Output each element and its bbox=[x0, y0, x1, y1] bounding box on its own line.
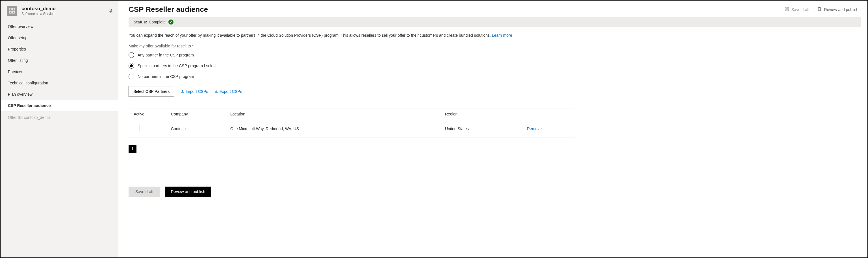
offer-name: contoso_demo bbox=[22, 6, 56, 11]
pager-page-1[interactable]: 1 bbox=[129, 145, 136, 153]
row-remove-link[interactable]: Remove bbox=[527, 126, 541, 131]
export-csps-link[interactable]: Export CSPs bbox=[214, 89, 242, 94]
radio-icon bbox=[129, 74, 134, 79]
resell-field-label: Make my offer available for resell to * bbox=[129, 44, 665, 48]
col-location: Location bbox=[227, 108, 442, 120]
offer-id-label: Offer ID: contoso_demo bbox=[1, 111, 118, 124]
radio-icon bbox=[129, 63, 134, 69]
save-icon bbox=[785, 7, 789, 12]
radio-label: No partners in the CSP program bbox=[137, 74, 194, 79]
col-company: Company bbox=[168, 108, 227, 120]
csp-partners-table: Active Company Location Region ContosoOn… bbox=[129, 108, 575, 137]
svg-rect-1 bbox=[12, 8, 14, 10]
swap-icon[interactable] bbox=[108, 8, 113, 13]
sidebar-item-preview[interactable]: Preview bbox=[1, 66, 118, 77]
radio-icon bbox=[129, 52, 134, 58]
row-region: United States bbox=[442, 121, 524, 136]
radio-label: Any partner in the CSP program bbox=[137, 53, 194, 57]
status-value: Complete bbox=[149, 20, 165, 24]
save-draft-header-button[interactable]: Save draft bbox=[785, 7, 809, 12]
pager: 1 bbox=[129, 145, 665, 153]
review-publish-header-button[interactable]: Review and publish bbox=[817, 7, 858, 12]
col-remove bbox=[524, 111, 575, 118]
sidebar-item-offer-listing[interactable]: Offer listing bbox=[1, 55, 118, 66]
status-bar: Status: Complete bbox=[129, 17, 861, 27]
svg-rect-2 bbox=[9, 11, 11, 13]
sidebar: contoso_demo Software as a Service Offer… bbox=[1, 1, 118, 257]
download-icon bbox=[214, 89, 218, 94]
table-header: Active Company Location Region bbox=[129, 108, 575, 120]
svg-rect-5 bbox=[818, 8, 820, 10]
col-active: Active bbox=[129, 108, 168, 120]
sidebar-item-offer-setup[interactable]: Offer setup bbox=[1, 32, 118, 43]
status-label: Status: bbox=[134, 20, 147, 24]
import-csps-link[interactable]: Import CSPs bbox=[181, 89, 208, 94]
sidebar-header: contoso_demo Software as a Service bbox=[1, 1, 118, 21]
svg-rect-0 bbox=[9, 8, 11, 10]
app-tile-icon bbox=[7, 6, 17, 16]
row-active-checkbox[interactable] bbox=[134, 125, 140, 131]
sidebar-item-properties[interactable]: Properties bbox=[1, 43, 118, 55]
sidebar-item-offer-overview[interactable]: Offer overview bbox=[1, 21, 118, 32]
row-location: One Microsoft Way, Redmond, WA, US bbox=[227, 121, 442, 136]
review-publish-button[interactable]: Review and publish bbox=[165, 187, 211, 197]
sidebar-item-csp-reseller-audience[interactable]: CSP Reseller audience bbox=[1, 100, 118, 111]
radio-option-2[interactable]: No partners in the CSP program bbox=[129, 74, 665, 79]
upload-icon bbox=[181, 89, 184, 94]
table-row: ContosoOne Microsoft Way, Redmond, WA, U… bbox=[129, 120, 575, 137]
save-draft-button[interactable]: Save draft bbox=[129, 187, 160, 197]
sidebar-item-plan-overview[interactable]: Plan overview bbox=[1, 89, 118, 100]
select-csp-partners-button[interactable]: Select CSP Partners bbox=[129, 86, 174, 97]
radio-label: Specific partners in the CSP program I s… bbox=[137, 64, 216, 68]
sidebar-nav: Offer overviewOffer setupPropertiesOffer… bbox=[1, 21, 118, 111]
status-complete-icon bbox=[168, 20, 174, 25]
description: You can expand the reach of your offer b… bbox=[129, 33, 665, 37]
publish-icon bbox=[817, 7, 822, 12]
sidebar-item-technical-configuration[interactable]: Technical configuration bbox=[1, 77, 118, 89]
page-title: CSP Reseller audience bbox=[129, 5, 208, 14]
offer-type: Software as a Service bbox=[22, 12, 56, 16]
radio-option-1[interactable]: Specific partners in the CSP program I s… bbox=[129, 63, 665, 69]
resell-radio-group: Any partner in the CSP programSpecific p… bbox=[129, 52, 665, 79]
main-panel: CSP Reseller audience Save draft Review … bbox=[118, 1, 867, 257]
learn-more-link[interactable]: Learn more bbox=[492, 33, 512, 37]
row-company: Contoso bbox=[168, 121, 227, 136]
svg-rect-3 bbox=[12, 11, 14, 13]
col-region: Region bbox=[442, 108, 524, 120]
radio-option-0[interactable]: Any partner in the CSP program bbox=[129, 52, 665, 58]
